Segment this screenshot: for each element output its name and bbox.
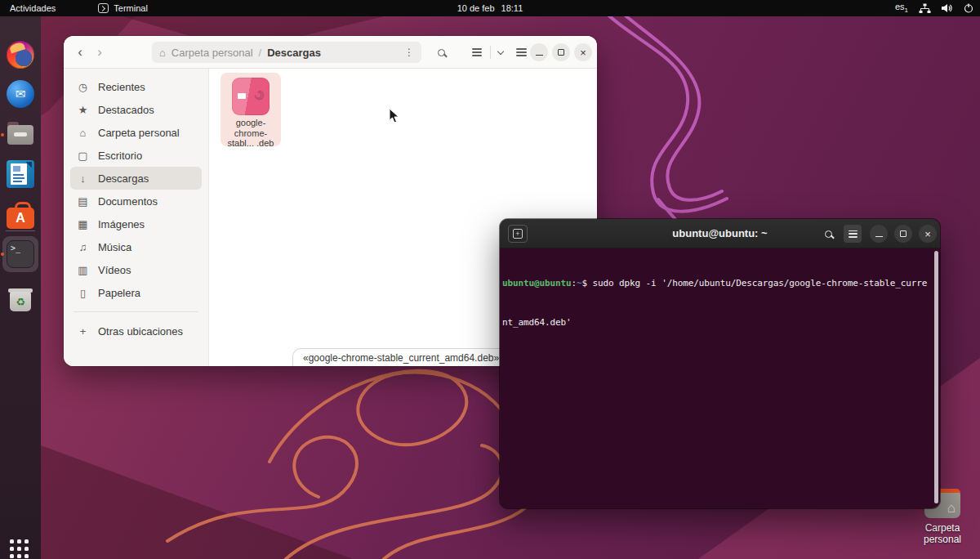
terminal-search-button[interactable] <box>819 225 837 243</box>
sidebar-item-label: Vídeos <box>98 264 131 276</box>
keyboard-layout-indicator[interactable]: es1 <box>895 2 908 14</box>
sidebar-item-escritorio[interactable]: ▢ Escritorio <box>70 144 202 167</box>
terminal-running-dot <box>1 253 4 256</box>
terminal-minimize-button[interactable] <box>870 225 888 243</box>
breadcrumb-current[interactable]: Descargas <box>267 47 321 59</box>
sidebar-item-label: Recientes <box>98 81 145 93</box>
kebab-menu-icon[interactable]: ⋮ <box>404 47 414 58</box>
recycle-icon: ♻ <box>16 296 25 308</box>
terminal-line-1: ubuntu@ubuntu:~$ sudo dpkg -i '/home/ubu… <box>502 277 938 290</box>
sidebar-item-carpeta-personal[interactable]: ⌂ Carpeta personal <box>70 121 202 144</box>
home-icon: ⌂ <box>159 47 166 59</box>
sidebar-item-documentos[interactable]: ▤ Documentos <box>70 190 202 212</box>
breadcrumb-root[interactable]: Carpeta personal <box>172 47 253 59</box>
forward-button[interactable]: › <box>90 42 109 62</box>
dock-libreoffice-writer-icon[interactable] <box>7 160 34 188</box>
network-icon <box>919 3 931 14</box>
dock-trash-icon[interactable]: ♻ <box>8 286 33 314</box>
deb-package-icon <box>232 78 270 115</box>
sidebar-item-label: Carpeta personal <box>98 127 180 139</box>
terminal-line-2: nt_amd64.deb' <box>502 316 938 329</box>
trash-icon: ▯ <box>77 287 89 299</box>
home-icon: ⌂ <box>947 500 956 517</box>
dock-firefox-icon[interactable] <box>7 41 34 69</box>
desktop-screen: ⌂ Carpeta personal ‹ › ⌂ Carpeta persona… <box>0 0 980 559</box>
sidebar-item-videos[interactable]: ▥ Vídeos <box>70 258 202 281</box>
clock-button[interactable]: 10 de feb 18:11 <box>457 0 523 16</box>
sidebar-item-imagenes[interactable]: ▦ Imágenes <box>70 212 202 235</box>
deb-label-sticker <box>238 93 246 99</box>
sidebar-item-label: Otras ubicaciones <box>98 325 183 338</box>
minimize-button[interactable] <box>530 43 548 61</box>
files-headerbar: ‹ › ⌂ Carpeta personal / Descargas ⋮ <box>64 36 597 69</box>
music-icon: ♫ <box>77 241 89 253</box>
chevron-down-icon <box>497 48 504 55</box>
path-bar[interactable]: ⌂ Carpeta personal / Descargas ⋮ <box>152 42 421 63</box>
dock-files-icon[interactable] <box>7 120 34 148</box>
sidebar-item-label: Música <box>98 241 131 253</box>
terminal-menu-button[interactable] <box>844 225 862 243</box>
back-button[interactable]: ‹ <box>70 42 90 62</box>
hamburger-icon <box>849 230 858 238</box>
sidebar-item-label: Escritorio <box>98 150 142 162</box>
file-name: google- chrome- stabl... .deb <box>220 118 281 149</box>
system-status-area[interactable]: es1 <box>895 0 973 16</box>
star-icon: ★ <box>77 104 89 116</box>
maximize-button[interactable] <box>552 43 570 61</box>
activities-button[interactable]: Actividades <box>0 0 64 16</box>
terminal-headerbar: ubuntu@ubuntu: ~ + × <box>500 219 940 248</box>
close-icon: × <box>580 47 586 58</box>
desktop-icon: ▢ <box>77 150 89 162</box>
sidebar-item-musica[interactable]: ♫ Música <box>70 235 202 258</box>
sidebar-item-descargas[interactable]: ↓ Descargas <box>70 167 202 190</box>
sidebar-separator <box>74 311 198 312</box>
minimize-icon <box>875 236 883 238</box>
command-text-wrapped: nt_amd64.deb' <box>502 317 572 328</box>
terminal-maximize-button[interactable] <box>894 225 912 243</box>
video-icon: ▥ <box>77 264 89 276</box>
sidebar-item-label: Descargas <box>98 172 149 185</box>
sidebar-item-papelera[interactable]: ▯ Papelera <box>70 281 202 304</box>
command-text: sudo dpkg -i '/home/ubuntu/Descargas/goo… <box>593 278 928 288</box>
sidebar-item-label: Documentos <box>98 195 158 208</box>
dock-ubuntu-software-icon[interactable]: A <box>7 208 34 229</box>
close-icon: × <box>924 229 931 239</box>
terminal-close-button[interactable]: × <box>919 225 937 243</box>
file-item-deb-selected[interactable]: google- chrome- stabl... .deb <box>220 73 281 146</box>
debian-swirl-icon <box>253 89 265 101</box>
envelope-icon: ✉ <box>16 87 26 101</box>
app-menu[interactable]: Terminal <box>98 3 148 13</box>
dock-terminal-icon[interactable]: >_ <box>7 240 34 268</box>
close-button[interactable]: × <box>574 43 592 61</box>
prompt-user: ubuntu@ubuntu <box>502 278 572 288</box>
terminal-icon <box>98 3 109 13</box>
top-bar: Actividades Terminal 10 de feb 18:11 es1 <box>0 0 980 16</box>
search-button[interactable] <box>431 42 451 62</box>
sidebar-item-label: Papelera <box>98 287 140 299</box>
show-applications-button[interactable] <box>10 539 32 559</box>
sidebar-item-destacados[interactable]: ★ Destacados <box>70 98 202 121</box>
files-sidebar: ◷ Recientes ★ Destacados ⌂ Carpeta perso… <box>64 69 209 366</box>
date-label: 10 de feb <box>457 0 495 16</box>
hamburger-icon <box>516 48 527 56</box>
dock-thunderbird-icon[interactable]: ✉ <box>7 80 34 108</box>
mouse-cursor <box>389 108 400 127</box>
desktop-home-label: Carpeta personal <box>920 522 965 545</box>
sidebar-item-otras-ubicaciones[interactable]: + Otras ubicaciones <box>70 320 202 342</box>
document-icon: ▤ <box>77 195 89 208</box>
view-toggle-button[interactable] <box>468 42 507 62</box>
files-running-dot <box>1 133 4 136</box>
image-icon: ▦ <box>77 218 89 230</box>
new-tab-button[interactable]: + <box>508 225 528 243</box>
terminal-output[interactable]: ubuntu@ubuntu:~$ sudo dpkg -i '/home/ubu… <box>500 248 940 508</box>
terminal-scrollbar[interactable] <box>934 251 938 503</box>
plus-icon: + <box>77 325 89 338</box>
terminal-window: ubuntu@ubuntu: ~ + × ubuntu@ubuntu:~$ su… <box>500 219 940 508</box>
download-icon: ↓ <box>77 172 89 185</box>
sidebar-item-label: Imágenes <box>98 218 145 230</box>
sidebar-item-recientes[interactable]: ◷ Recientes <box>70 75 202 98</box>
main-menu-button[interactable] <box>511 42 531 62</box>
dock-separator <box>6 230 35 231</box>
prompt-dollar: $ <box>582 278 593 288</box>
recent-icon: ◷ <box>77 81 89 93</box>
